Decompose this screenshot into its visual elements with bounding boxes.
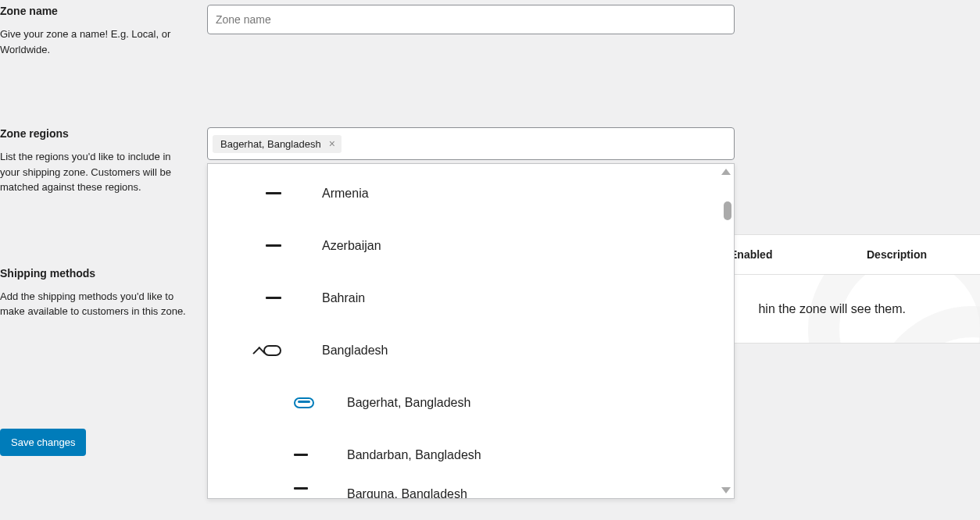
region-token[interactable]: Bagerhat, Bangladesh × [213,135,342,153]
dropdown-label: Armenia [322,187,369,201]
checkbox-selected-icon[interactable] [294,397,314,408]
dropdown-item-bangladesh[interactable]: Bangladesh [208,324,734,376]
dropdown-item-azerbaijan[interactable]: Azerbaijan [208,219,734,272]
checkbox-empty-icon[interactable] [263,345,281,356]
dropdown-item-barguna[interactable]: Barguna, Bangladesh [208,481,734,498]
dropdown-label: Barguna, Bangladesh [347,487,467,498]
dropdown-label: Bahrain [322,291,365,305]
dropdown-label: Bagerhat, Bangladesh [347,396,470,410]
zone-regions-desc: List the regions you'd like to include i… [0,149,191,195]
scroll-up-icon[interactable] [721,169,731,175]
dropdown-label: Bandarban, Bangladesh [347,448,481,462]
zone-name-input[interactable] [207,5,735,34]
dropdown-item-armenia[interactable]: Armenia [208,167,734,219]
scroll-down-icon[interactable] [721,487,731,493]
shipping-methods-title: Shipping methods [0,267,191,280]
zone-name-desc: Give your zone a name! E.g. Local, or Wo… [0,27,191,57]
zone-regions-title: Zone regions [0,127,191,140]
column-enabled: Enabled [730,248,867,261]
remove-token-icon[interactable]: × [326,138,338,149]
dropdown-label: Azerbaijan [322,239,381,253]
minus-icon [294,487,308,490]
column-description: Description [867,248,980,261]
region-token-label: Bagerhat, Bangladesh [220,138,321,150]
save-button[interactable]: Save changes [0,429,86,456]
zone-regions-input[interactable]: Bagerhat, Bangladesh × [207,127,735,160]
dropdown-item-bahrain[interactable]: Bahrain [208,272,734,324]
zone-name-title: Zone name [0,5,191,17]
dropdown-label: Bangladesh [322,344,388,358]
minus-icon [294,454,308,456]
minus-icon [266,192,281,194]
scroll-thumb[interactable] [724,201,731,220]
region-dropdown[interactable]: Armenia Azerbaijan Bahrain Bangladesh Ba… [207,163,735,499]
empty-methods-message: hin the zone will see them. [758,302,906,316]
shipping-methods-desc: Add the shipping methods you'd like to m… [0,289,191,319]
dropdown-item-bandarban[interactable]: Bandarban, Bangladesh [208,429,734,481]
minus-icon [266,244,281,247]
minus-icon [266,297,281,299]
dropdown-item-bagerhat[interactable]: Bagerhat, Bangladesh [208,376,734,429]
